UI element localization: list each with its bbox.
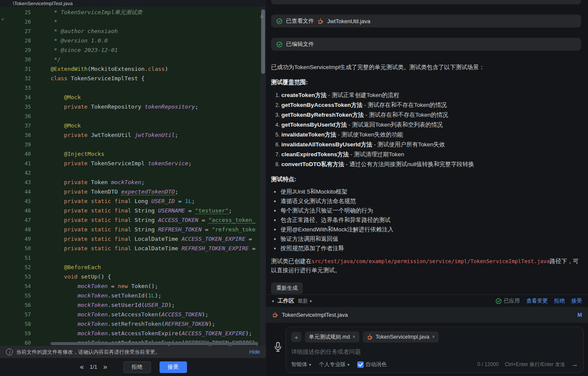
line-number: 44 (0, 187, 31, 197)
context-chips-row: + 单元测试规则.md× TokenServiceImpl.java× (291, 331, 578, 343)
chevron-down-icon: ▾ (347, 362, 350, 367)
accept-button[interactable]: 接受 (160, 361, 187, 373)
line-number: 30 (0, 55, 31, 64)
viewed-file-card[interactable]: 已查看文件 JwtTokenUtil.java (271, 15, 581, 27)
code-line: 49 private static final LocalDateTime AC… (0, 234, 266, 244)
workspace-reject-link[interactable]: 拒绝 (554, 297, 565, 305)
line-number: 45 (0, 197, 31, 206)
coverage-item: createToken方法 - 测试正常创建Token的流程 (281, 90, 581, 100)
outro-prefix: 测试类已创建在 (271, 258, 312, 264)
code-line: 44 private TokenDTO expectedTokenDTO; (0, 187, 266, 197)
close-icon[interactable]: × (353, 334, 356, 340)
changed-file-row[interactable]: TokenServiceImplTest.java M (266, 307, 588, 323)
message-input-box[interactable]: + 单元测试规则.md× TokenServiceImpl.java× 详细描述… (286, 327, 584, 373)
line-number: 35 (0, 102, 31, 112)
collapse-chevron-icon[interactable]: ▾ (272, 299, 274, 303)
next-change-button[interactable]: » (103, 363, 108, 371)
line-number: 53 (0, 272, 31, 282)
autopolish-label: 自动润色 (365, 361, 387, 368)
hide-warning-link[interactable]: Hide (249, 349, 260, 355)
chip-label: 单元测试规则.md (309, 334, 350, 341)
info-icon: i (6, 349, 13, 355)
line-number: 56 (0, 300, 31, 310)
code-line: 47 private static final String ACCESS_TO… (0, 215, 266, 225)
feature-item: 遵循语义化测试方法命名规范 (280, 197, 581, 206)
code-line: 46 private static final String USERNAME … (0, 206, 266, 215)
coverage-item: invalidateAllTokensByUserId方法 - 测试使用户所有T… (281, 139, 581, 149)
feature-item: 使用JUnit 5和Mockito框架 (280, 187, 581, 197)
coverage-item: convertToDTO私有方法 - 通过公有方法间接测试null值转换和完整字… (281, 159, 581, 169)
autopolish-checkbox[interactable] (357, 361, 364, 368)
line-number: 57 (0, 310, 31, 319)
code-line: 52 @BeforeEach (0, 263, 266, 272)
java-file-icon (367, 334, 373, 340)
code-line: 37 @Mock (0, 121, 266, 130)
edited-file-card[interactable]: 已编辑文件 (271, 38, 581, 51)
code-line: 32class TokenServiceImplTest { (0, 74, 266, 83)
java-file-icon (272, 312, 278, 318)
context-chip[interactable]: TokenServiceImpl.java× (363, 331, 439, 343)
editor-pane: \TokenServiceImplTest.java ⌄ ⚠ 25 * Toke… (0, 0, 266, 376)
message-input-placeholder[interactable]: 详细描述你的任务或者问题 (291, 348, 578, 356)
workspace-accept-link[interactable]: 接受 (571, 297, 582, 305)
line-number: 26 (0, 17, 31, 27)
line-number: 33 (0, 83, 31, 93)
code-line: 29 * @since 2023-12-01 (0, 45, 266, 55)
code-line: 55 mockToken.setTokenId(1L); (0, 291, 266, 300)
editor-tab-title[interactable]: \TokenServiceImplTest.java (13, 1, 72, 6)
autopolish-toggle[interactable]: 自动润色 (357, 361, 387, 368)
assistant-intro-text: 已成功为TokenServiceImpl生成了完整的单元测试类。测试类包含了以下… (271, 63, 581, 72)
close-icon[interactable]: × (432, 334, 435, 340)
line-number: 49 (0, 234, 31, 244)
workspace-filter-dropdown[interactable]: 最新 ▾ (298, 297, 312, 305)
workspace-bar: ▾ 工作区 最新 ▾ 已应用 查看变更 拒绝 接受 (266, 294, 588, 307)
warning-text: 当前文件的源文件有修改，请确认内容后再进行接受当前变更。 (16, 349, 160, 356)
code-line: 42 (0, 168, 266, 178)
code-line: 40 @InjectMocks (0, 149, 266, 159)
line-number: 58 (0, 319, 31, 329)
code-line: 27 * @author chenxiaoh (0, 27, 266, 36)
send-button[interactable]: → (571, 361, 578, 368)
edited-card-label: 已编辑文件 (286, 40, 314, 48)
regenerate-button[interactable]: 重新生成 (271, 282, 303, 294)
line-number: 47 (0, 215, 31, 225)
check-circle-icon (276, 18, 283, 24)
microphone-icon[interactable] (273, 342, 283, 354)
prev-change-button[interactable]: « (79, 363, 84, 371)
reject-button[interactable]: 拒绝 (124, 361, 151, 373)
code-viewport[interactable]: ⌄ ⚠ 25 * TokenServiceImpl单元测试类26 *27 * @… (0, 7, 266, 346)
line-number: 51 (0, 253, 31, 263)
line-number: 39 (0, 140, 31, 149)
line-number: 48 (0, 225, 31, 234)
plan-dropdown[interactable]: 个人专业版 ▾ (319, 361, 350, 368)
features-title: 测试特点: (271, 175, 581, 184)
workspace-section: ▾ 工作区 最新 ▾ 已应用 查看变更 拒绝 接受 (266, 294, 588, 376)
applied-status: 已应用 (495, 297, 520, 305)
code-line: 38 private JwtTokenUtil jwtTokenUtil; (0, 130, 266, 140)
file-modified-warning-bar: i 当前文件的源文件有修改，请确认内容后再进行接受当前变更。 Hide (0, 346, 266, 358)
line-number: 28 (0, 36, 31, 45)
feature-item: 验证方法调用和返回值 (280, 234, 581, 244)
agent-mode-dropdown[interactable]: 智能体 ▾ (291, 361, 311, 368)
composer-controls: 智能体 ▾ 个人专业版 ▾ 自动润色 0 / 12000 (291, 361, 578, 368)
view-changes-link[interactable]: 查看变更 (526, 297, 548, 305)
code-line: 54 mockToken = new Token(); (0, 282, 266, 291)
code-line: 45 private static final Long USER_ID = 1… (0, 197, 266, 206)
vertical-scrollbar-track[interactable] (260, 7, 266, 346)
coverage-item: invalidateToken方法 - 测试使Token失效的功能 (281, 130, 581, 139)
applied-check-slot (495, 298, 502, 304)
context-chip[interactable]: 单元测试规则.md× (305, 331, 359, 343)
code-line: 28 * @version 1.0.0 (0, 36, 266, 45)
viewed-card-file: JwtTokenUtil.java (327, 18, 370, 24)
assistant-panel: 已查看文件 JwtTokenUtil.java 已编辑文件 已成功为TokenS… (266, 0, 588, 376)
coverage-list: createToken方法 - 测试正常创建Token的流程getTokenBy… (271, 90, 581, 169)
fold-chevron-icon[interactable]: ⌄ (1, 13, 4, 22)
editor-tab-bar: \TokenServiceImplTest.java (0, 0, 266, 7)
horizontal-scrollbar[interactable] (51, 342, 258, 345)
line-number: 38 (0, 130, 31, 140)
check-circle-icon (495, 298, 502, 304)
add-context-button[interactable]: + (291, 332, 302, 342)
assistant-messages[interactable]: 已查看文件 JwtTokenUtil.java 已编辑文件 已成功为TokenS… (266, 0, 588, 294)
line-number: 59 (0, 329, 31, 338)
coverage-item: cleanExpiredTokens方法 - 测试清理过期Token (281, 149, 581, 159)
